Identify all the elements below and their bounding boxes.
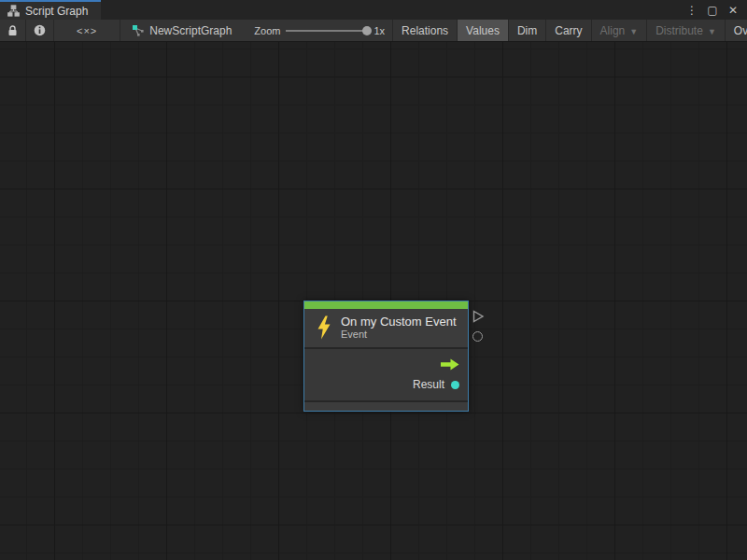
node-header[interactable]: On my Custom Event Event [304, 309, 468, 349]
distribute-label: Distribute [655, 24, 703, 37]
graph-canvas[interactable]: On my Custom Event Event Result [0, 42, 747, 560]
control-flow-output-row[interactable] [304, 354, 468, 374]
toolbar-button-align[interactable]: Align ▼ [592, 20, 648, 41]
toolbar-button-values[interactable]: Values [458, 20, 509, 41]
align-label: Align [600, 24, 626, 37]
zoom-value: 1x [374, 25, 385, 36]
event-node-on-my-custom-event[interactable]: On my Custom Event Event Result [303, 301, 469, 412]
flow-output-connector[interactable] [472, 310, 485, 327]
lock-icon [7, 25, 18, 36]
tab-script-graph[interactable]: Script Graph [0, 0, 101, 20]
zoom-control: Zoom 1x [247, 20, 393, 41]
toolbar-button-carry[interactable]: Carry [546, 20, 591, 41]
zoom-slider[interactable] [286, 30, 368, 32]
result-port-label: Result [413, 378, 444, 391]
info-icon [34, 24, 46, 36]
inspector-toggle-button[interactable]: <×> [54, 20, 120, 41]
node-ports: Result [304, 349, 468, 400]
zoom-label: Zoom [254, 25, 280, 36]
chevron-down-icon: ▼ [629, 27, 638, 36]
unity-script-graph-window: { "header": { "tab": { "label": "Script … [0, 0, 747, 560]
node-subtitle: Event [341, 329, 457, 341]
toolbar-button-dim[interactable]: Dim [509, 20, 546, 41]
flow-arrow-icon [441, 358, 459, 371]
window-close-icon[interactable]: ✕ [725, 2, 741, 19]
tab-label: Script Graph [25, 5, 88, 18]
toolbar-button-overview[interactable]: Overview [726, 20, 747, 41]
lock-button[interactable] [0, 20, 26, 41]
value-port-dot-icon [451, 381, 459, 389]
value-output-connector[interactable] [472, 331, 483, 342]
window-controls: ⋮ ▢ ✕ [684, 0, 747, 20]
value-connector-circle-icon [472, 331, 483, 342]
script-graph-asset-icon [132, 24, 145, 37]
window-menu-icon[interactable]: ⋮ [684, 2, 700, 19]
graph-name-breadcrumb[interactable]: NewScriptGraph [120, 20, 241, 41]
graph-toolbar: <×> NewScriptGraph Zoom 1x Relations Val… [0, 20, 747, 42]
value-output-row-result[interactable]: Result [304, 374, 468, 395]
node-footer [304, 400, 468, 411]
inspector-toggle-icon: <×> [77, 25, 97, 36]
zoom-slider-handle[interactable] [362, 26, 372, 35]
script-graph-tab-icon [7, 5, 20, 17]
lightning-bolt-icon [316, 315, 332, 340]
window-maximize-icon[interactable]: ▢ [704, 2, 721, 19]
node-accent-bar [304, 301, 468, 309]
chevron-down-icon: ▼ [708, 27, 716, 36]
toolbar-button-relations[interactable]: Relations [393, 20, 458, 41]
info-button[interactable] [26, 20, 54, 41]
tab-bar: Script Graph ⋮ ▢ ✕ [0, 0, 747, 20]
toolbar-button-distribute[interactable]: Distribute ▼ [647, 20, 726, 41]
node-title: On my Custom Event [341, 315, 457, 329]
graph-name-label: NewScriptGraph [149, 24, 232, 37]
